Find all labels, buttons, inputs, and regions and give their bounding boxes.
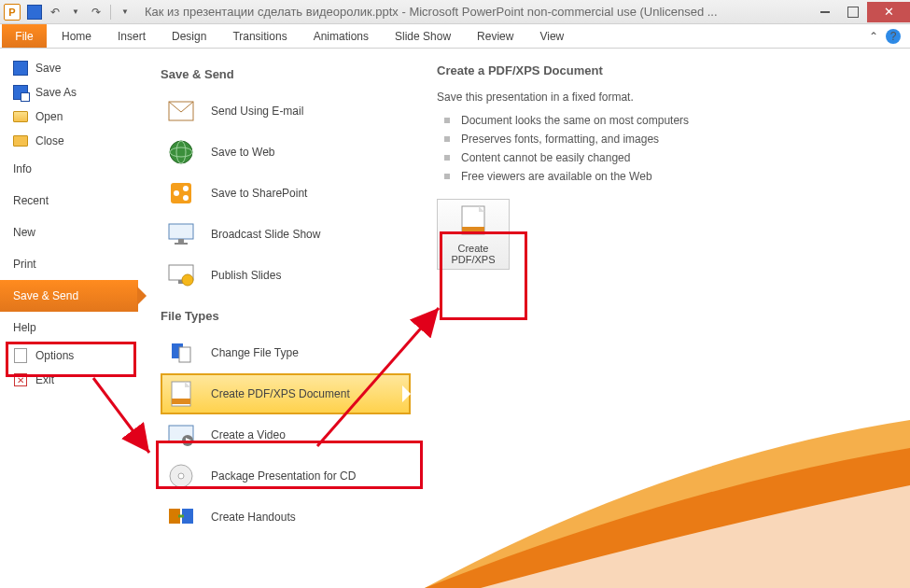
nav-save-as[interactable]: Save As [0,80,138,105]
qat-redo-icon[interactable]: ↷ [88,4,105,21]
handouts-icon [166,502,196,532]
nav-save-as-label: Save As [35,86,77,99]
nav-exit[interactable]: ✕Exit [0,368,138,392]
tab-animations[interactable]: Animations [301,24,382,48]
svg-rect-8 [169,224,193,239]
svg-point-23 [178,473,184,479]
nav-exit-label: Exit [35,373,54,386]
option-broadcast-label: Broadcast Slide Show [211,228,320,241]
nav-close-label: Close [35,134,64,147]
change-type-icon [166,338,196,368]
option-save-sharepoint-label: Save to SharePoint [211,187,307,200]
svg-point-1 [170,141,192,163]
title-bar: P ↶ ▼ ↷ ▼ Как из презентации сделать вид… [0,0,910,24]
qat-save-icon[interactable] [26,4,43,21]
nav-open[interactable]: Open [0,105,138,129]
create-pdf-xps-button[interactable]: CreatePDF/XPS [437,199,510,270]
option-create-video-label: Create a Video [211,428,286,441]
nav-print[interactable]: Print [0,248,138,280]
minimize-ribbon-icon[interactable]: ⌃ [869,30,878,43]
video-icon [166,420,196,450]
backstage-left-nav: Save Save As Open Close Info Recent New … [0,49,138,588]
bullet-item: Document looks the same on most computer… [437,111,891,130]
nav-help[interactable]: Help [0,312,138,343]
globe-icon [166,137,196,167]
tab-home[interactable]: Home [49,24,105,48]
nav-save-send[interactable]: Save & Send [0,280,138,312]
app-icon: P [4,4,21,21]
option-create-video[interactable]: Create a Video [161,414,411,455]
tab-review[interactable]: Review [464,24,526,48]
quick-access-toolbar: ↶ ▼ ↷ ▼ [26,4,133,21]
tab-file[interactable]: File [2,24,47,48]
option-publish-slides-label: Publish Slides [211,269,281,282]
svg-rect-17 [172,399,190,404]
create-pdf-button-line1: Create [457,243,488,254]
svg-rect-10 [175,243,188,245]
nav-open-label: Open [35,110,63,123]
window-title: Как из презентации сделать видеоролик.pp… [133,5,811,19]
file-types-heading: File Types [161,309,411,323]
close-window-button[interactable] [867,2,910,22]
envelope-icon [166,96,196,126]
create-pdf-button-line2: PDF/XPS [451,254,495,265]
detail-title: Create a PDF/XPS Document [437,63,891,77]
tab-insert[interactable]: Insert [105,24,159,48]
svg-rect-9 [178,239,184,243]
qat-undo-icon[interactable]: ↶ [47,4,63,21]
option-save-web-label: Save to Web [211,146,274,159]
publish-icon [166,260,196,290]
option-package-cd-label: Package Presentation for CD [211,469,356,483]
option-broadcast[interactable]: Broadcast Slide Show [161,214,411,255]
option-save-sharepoint[interactable]: Save to SharePoint [161,173,411,214]
qat-customize-icon[interactable]: ▼ [117,4,133,21]
svg-point-6 [183,186,189,191]
help-icon[interactable]: ? [886,29,901,44]
save-send-options: Save & Send Send Using E-mail Save to We… [138,49,418,588]
bullet-item: Free viewers are available on the Web [437,167,891,186]
option-create-handouts[interactable]: Create Handouts [161,497,411,538]
tab-design[interactable]: Design [159,24,219,48]
svg-point-13 [182,274,193,286]
option-create-handouts-label: Create Handouts [211,511,296,524]
tab-slideshow[interactable]: Slide Show [382,24,464,48]
broadcast-icon [166,219,196,249]
tab-transitions[interactable]: Transitions [219,24,300,48]
option-create-pdf-xps-label: Create PDF/XPS Document [211,387,350,400]
nav-options-label: Options [35,349,74,362]
save-send-heading: Save & Send [161,67,411,81]
option-change-file-type-label: Change File Type [211,346,299,359]
option-create-pdf-xps[interactable]: Create PDF/XPS Document [161,373,411,414]
svg-point-5 [174,190,179,196]
nav-new[interactable]: New [0,217,138,248]
option-publish-slides[interactable]: Publish Slides [161,255,411,296]
option-send-email[interactable]: Send Using E-mail [161,91,411,132]
detail-pane: Create a PDF/XPS Document Save this pres… [418,49,910,588]
option-save-web[interactable]: Save to Web [161,132,411,173]
nav-recent[interactable]: Recent [0,185,138,217]
svg-point-7 [183,195,189,201]
nav-save-label: Save [35,62,61,75]
sharepoint-icon [166,178,196,208]
tab-view[interactable]: View [526,24,577,48]
option-send-email-label: Send Using E-mail [211,105,303,118]
qat-separator [110,5,111,20]
nav-close[interactable]: Close [0,129,138,153]
cd-icon [166,461,196,491]
window-controls [811,2,910,22]
svg-rect-15 [179,347,190,362]
pdf-large-icon [457,203,489,239]
detail-bullets: Document looks the same on most computer… [437,111,891,186]
option-change-file-type[interactable]: Change File Type [161,332,411,373]
detail-description: Save this presentation in a fixed format… [437,91,891,104]
pdf-icon [166,379,196,409]
backstage-view: Save Save As Open Close Info Recent New … [0,49,910,588]
minimize-button[interactable] [811,2,839,22]
maximize-button[interactable] [839,2,867,22]
nav-save[interactable]: Save [0,56,138,80]
option-package-cd[interactable]: Package Presentation for CD [161,455,411,497]
nav-options[interactable]: Options [0,343,138,368]
qat-undo-dropdown-icon[interactable]: ▼ [67,4,84,21]
nav-info[interactable]: Info [0,153,138,185]
ribbon-tabs: File Home Insert Design Transitions Anim… [0,24,910,49]
